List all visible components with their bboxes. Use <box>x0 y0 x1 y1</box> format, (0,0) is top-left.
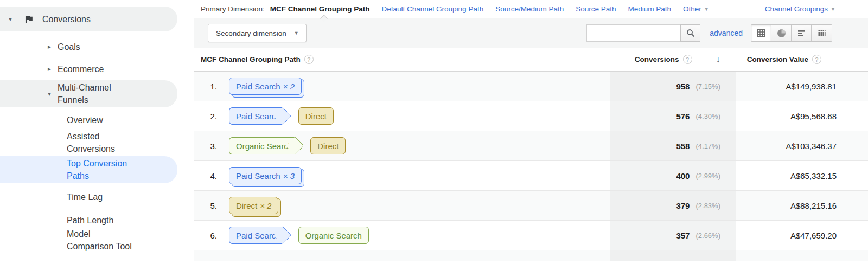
conversions-cell: 958 (7.15%) <box>610 72 736 101</box>
secondary-dimension-button[interactable]: Secondary dimension ▼ <box>208 24 307 42</box>
sidebar-item-label: Time Lag <box>67 191 103 203</box>
sidebar-item-label: Multi-Channel Funnels <box>58 81 111 106</box>
conversions-cell: 379 (2.83%) <box>610 191 736 220</box>
sidebar-item-conversions[interactable]: ▾ Conversions <box>0 7 177 31</box>
channel-badge: Organic Search <box>229 137 295 154</box>
channel-badge: Paid Search × 3 <box>229 167 302 184</box>
sidebar-item-label: Goals <box>58 41 80 53</box>
path-cell: 3. Organic Search Direct <box>194 131 610 160</box>
channel-path: Paid Search Organic Search <box>229 227 369 244</box>
conversions-column-header[interactable]: Conversions ? ↓ <box>610 54 736 65</box>
channel-path: Paid Search × 3 <box>229 167 302 184</box>
table-row: 3. Organic Search Direct 558 (4.17%) A$1… <box>194 131 868 161</box>
channel-badge-stack: Direct × 2 <box>229 197 278 214</box>
row-rank: 2. <box>201 112 217 121</box>
sidebar-item-label: Ecommerce <box>58 63 104 75</box>
conversion-value-cell: A$88,215.16 <box>736 191 868 220</box>
channel-path: Paid Search Direct <box>229 107 334 125</box>
help-icon[interactable]: ? <box>683 55 692 64</box>
path-cell: 1. Paid Search × 2 <box>194 72 610 101</box>
pie-chart-icon <box>777 29 786 38</box>
conversion-value-column-header[interactable]: Conversion Value ? <box>736 55 868 64</box>
sort-descending-icon[interactable]: ↓ <box>716 54 721 65</box>
channel-path: Paid Search × 2 <box>229 78 302 95</box>
channel-badge: Paid Search <box>229 227 283 244</box>
bar-chart-icon <box>797 29 806 37</box>
conversions-cell: 576 (4.30%) <box>610 101 736 131</box>
chevron-right-icon: ▸ <box>48 43 58 50</box>
sidebar: ▾ Conversions ▸ Goals ▸ Ecommerce ▾ Mult… <box>0 0 194 264</box>
path-cell: 6. Paid Search Organic Search <box>194 221 610 250</box>
dimension-tab-source-medium-path[interactable]: Source/Medium Path <box>495 5 564 13</box>
sidebar-item-model-comparison-tool[interactable]: Model Comparison Tool <box>0 228 194 253</box>
main-content: Primary Dimension: MCF Channel Grouping … <box>194 0 868 264</box>
help-icon[interactable]: ? <box>304 55 314 64</box>
conversion-value-cell: A$103,346.37 <box>736 131 868 160</box>
row-rank: 5. <box>201 201 217 210</box>
pivot-icon <box>818 29 826 37</box>
help-icon[interactable]: ? <box>812 55 821 64</box>
percentage-view-button[interactable] <box>771 25 792 41</box>
sidebar-item-goals[interactable]: ▸ Goals <box>0 39 194 54</box>
sidebar-item-path-length[interactable]: Path Length <box>0 214 194 227</box>
row-rank: 3. <box>201 141 217 151</box>
toolbar-right-tools: advanced <box>586 24 832 42</box>
flag-icon <box>24 14 34 24</box>
sidebar-item-label: Path Length <box>67 214 113 227</box>
path-cell: 2. Paid Search Direct <box>194 101 610 131</box>
sidebar-item-top-conversion-paths[interactable]: Top Conversion Paths <box>0 156 177 183</box>
conversion-value-cell: A$95,568.68 <box>736 101 868 131</box>
channel-badge: Paid Search × 2 <box>229 78 302 95</box>
sidebar-item-multi-channel-funnels[interactable]: ▾ Multi-Channel Funnels <box>0 80 177 107</box>
advanced-search-link[interactable]: advanced <box>710 29 743 37</box>
search-input[interactable] <box>587 25 680 41</box>
row-rank: 1. <box>201 82 217 91</box>
primary-dimension-label: Primary Dimension: <box>201 5 265 13</box>
channel-badge: Direct <box>310 137 346 154</box>
channel-path: Organic Search Direct <box>229 137 346 154</box>
channel-badge-stack: Paid Search × 3 <box>229 167 302 184</box>
sidebar-item-ecommerce[interactable]: ▸ Ecommerce <box>0 61 194 76</box>
sidebar-item-assisted-conversions[interactable]: Assisted Conversions <box>0 130 194 155</box>
chevron-down-icon: ▾ <box>9 15 21 23</box>
chevron-right-icon: ▸ <box>48 65 58 73</box>
table-toolbar: Secondary dimension ▼ advanced <box>194 18 868 48</box>
analytics-app: ▾ Conversions ▸ Goals ▸ Ecommerce ▾ Mult… <box>0 0 868 264</box>
sidebar-item-label: Top Conversion Paths <box>67 157 127 182</box>
table-row: 6. Paid Search Organic Search 357 (2.66%… <box>194 221 868 250</box>
table-header-row: MCF Channel Grouping Path ? Conversions … <box>194 48 868 72</box>
badge-multiplier: × 2 <box>283 82 295 91</box>
table-row-partial <box>194 250 868 261</box>
channel-badge: Organic Search <box>298 227 369 244</box>
dimension-tab-medium-path[interactable]: Medium Path <box>628 5 672 13</box>
badge-multiplier: × 3 <box>283 171 295 181</box>
channel-groupings-dropdown[interactable]: Channel Groupings ▼ <box>765 5 835 13</box>
chevron-down-icon: ▼ <box>704 7 709 12</box>
table-row: 2. Paid Search Direct 576 (4.30%) A$95,5… <box>194 101 868 131</box>
conversion-value-cell: A$65,332.15 <box>736 161 868 190</box>
row-rank: 6. <box>201 231 217 240</box>
search-icon[interactable] <box>680 24 700 42</box>
dimension-other-dropdown[interactable]: Other ▼ <box>683 5 709 13</box>
chevron-down-icon: ▼ <box>831 7 835 12</box>
conversion-value-cell: A$47,659.20 <box>736 221 868 250</box>
view-toggle-group <box>751 24 832 42</box>
chevron-down-icon: ▼ <box>294 30 299 36</box>
channel-path: Direct × 2 <box>229 197 278 214</box>
sidebar-item-label: Model Comparison Tool <box>67 228 132 253</box>
table-row: 5. Direct × 2 379 (2.83%) A$88,215.16 <box>194 191 868 221</box>
conversions-cell: 558 (4.17%) <box>610 131 736 160</box>
sidebar-item-time-lag[interactable]: Time Lag <box>0 190 194 203</box>
performance-view-button[interactable] <box>792 25 812 41</box>
pivot-view-button[interactable] <box>812 25 832 41</box>
dimension-tab-default-channel-grouping-path[interactable]: Default Channel Grouping Path <box>382 5 484 13</box>
path-column-header: MCF Channel Grouping Path ? <box>194 55 610 64</box>
path-cell: 4. Paid Search × 3 <box>194 161 610 190</box>
dimension-tab-source-path[interactable]: Source Path <box>576 5 616 13</box>
table-view-button[interactable] <box>751 25 771 41</box>
path-cell: 5. Direct × 2 <box>194 191 610 220</box>
conversion-value-cell: A$149,938.81 <box>736 72 868 101</box>
sidebar-item-overview[interactable]: Overview <box>0 113 194 126</box>
dimension-tab-mcf-channel-grouping-path[interactable]: MCF Channel Grouping Path <box>270 5 370 13</box>
chevron-down-icon: ▾ <box>48 90 58 98</box>
